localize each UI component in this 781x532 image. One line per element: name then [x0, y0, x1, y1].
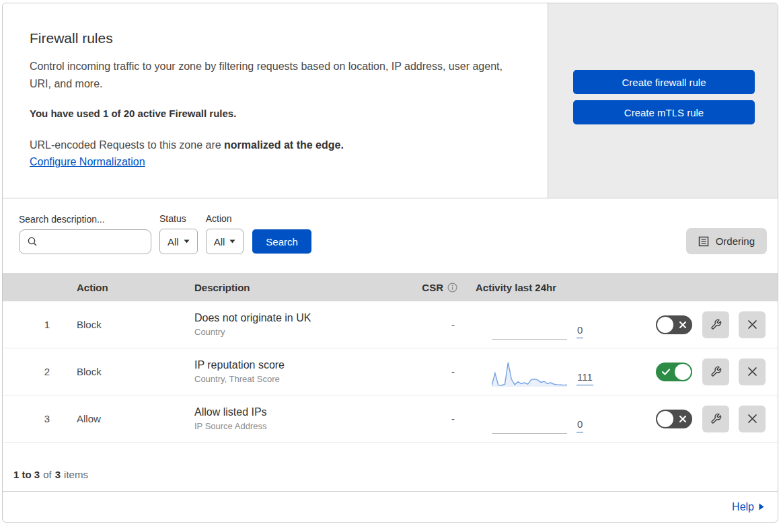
rule-csr-value: - — [396, 366, 467, 377]
header-text-block: Firewall rules Control incoming traffic … — [3, 3, 548, 198]
items-of-text: of — [43, 469, 52, 480]
delete-rule-button[interactable] — [739, 311, 766, 338]
activity-column-header: Activity last 24hr — [467, 282, 622, 293]
rule-description-cell: Does not originate in UK Country — [194, 312, 396, 337]
close-icon — [747, 319, 757, 330]
rule-fields: Country — [194, 327, 396, 337]
action-column-header: Action — [67, 282, 194, 293]
normalization-bold: normalized at the edge. — [224, 139, 344, 151]
rule-activity-cell: 0 — [467, 395, 622, 442]
rule-csr-value: - — [396, 319, 467, 330]
chevron-down-icon — [229, 239, 235, 243]
search-icon — [27, 236, 38, 247]
filter-controls: Search description... Status All Action … — [19, 213, 311, 254]
rule-action: Allow — [67, 413, 194, 424]
activity-count-link[interactable]: 111 — [577, 371, 593, 385]
rule-fields: IP Source Address — [194, 421, 396, 431]
rule-description: IP reputation score — [194, 359, 396, 371]
normalization-note: URL-encoded Requests to this zone are no… — [30, 139, 521, 151]
chevron-down-icon — [184, 239, 190, 243]
edit-rule-button[interactable] — [702, 406, 729, 432]
edit-rule-button[interactable] — [702, 311, 729, 338]
rule-priority: 2 — [3, 366, 67, 377]
configure-normalization-link[interactable]: Configure Normalization — [30, 156, 145, 167]
table-row: 2 Block IP reputation score Country, Thr… — [3, 348, 778, 395]
usage-note: You have used 1 of 20 active Firewall ru… — [30, 108, 521, 119]
rule-description: Does not originate in UK — [194, 312, 396, 324]
rule-enabled-toggle[interactable] — [656, 410, 692, 428]
rule-description: Allow listed IPs — [194, 406, 396, 418]
toggle-knob — [657, 411, 673, 427]
items-total: 3 — [55, 469, 61, 480]
items-label: items — [64, 469, 88, 480]
action-field: Action All — [206, 213, 244, 254]
search-input[interactable] — [19, 229, 151, 254]
search-field: Search description... — [19, 214, 151, 254]
page-description: Control incoming traffic to your zone by… — [30, 58, 504, 93]
activity-count-link[interactable]: 0 — [577, 418, 583, 432]
close-icon — [747, 414, 757, 424]
action-label: Action — [206, 213, 244, 224]
close-icon — [747, 367, 757, 377]
rule-controls — [622, 311, 778, 338]
normalization-text: URL-encoded Requests to this zone are — [30, 139, 221, 151]
firewall-rules-card: Firewall rules Control incoming traffic … — [2, 3, 778, 523]
csr-column-label: CSR — [422, 282, 443, 293]
toggle-knob — [657, 317, 673, 333]
delete-rule-button[interactable] — [739, 358, 766, 385]
filter-bar: Search description... Status All Action … — [3, 198, 778, 273]
header-section: Firewall rules Control incoming traffic … — [3, 3, 778, 198]
rule-action: Block — [67, 319, 194, 330]
rule-fields: Country, Threat Score — [194, 374, 396, 384]
ordering-button[interactable]: Ordering — [686, 228, 767, 254]
table-row: 1 Block Does not originate in UK Country… — [3, 301, 778, 348]
activity-sparkline — [492, 361, 567, 387]
status-label: Status — [159, 213, 198, 224]
delete-rule-button[interactable] — [739, 406, 766, 432]
search-button[interactable]: Search — [252, 229, 311, 254]
wrench-icon — [710, 319, 722, 330]
triangle-right-icon — [759, 503, 764, 510]
activity-count-link[interactable]: 0 — [577, 324, 583, 338]
create-firewall-rule-button[interactable]: Create firewall rule — [573, 70, 755, 94]
header-actions-panel: Create firewall rule Create mTLS rule — [548, 3, 778, 198]
toggle-off-x-icon — [679, 416, 686, 422]
edit-rule-button[interactable] — [702, 358, 729, 385]
action-dropdown-value: All — [214, 236, 225, 248]
rule-enabled-toggle[interactable] — [656, 315, 692, 334]
csr-column-header: CSR — [396, 282, 467, 293]
create-mtls-rule-button[interactable]: Create mTLS rule — [573, 100, 755, 124]
action-dropdown[interactable]: All — [206, 229, 244, 254]
rule-activity-cell: 111 — [467, 348, 622, 395]
activity-sparkline — [492, 408, 567, 434]
toggle-knob — [675, 364, 691, 380]
toggle-on-check-icon — [662, 369, 670, 375]
rule-priority: 1 — [3, 319, 67, 330]
rule-csr-value: - — [396, 413, 467, 424]
rule-controls — [622, 406, 778, 432]
help-link[interactable]: Help — [732, 501, 764, 513]
pagination-summary: 1 to 3 of 3 items — [3, 443, 778, 491]
status-field: Status All — [159, 213, 198, 254]
help-link-label: Help — [732, 501, 754, 513]
toggle-off-x-icon — [679, 321, 686, 328]
rule-action: Block — [67, 366, 194, 377]
search-input-wrap — [19, 229, 151, 254]
items-range: 1 to 3 — [13, 469, 40, 480]
ordering-list-icon — [698, 236, 709, 247]
wrench-icon — [710, 413, 722, 424]
rule-controls — [622, 358, 778, 385]
rule-enabled-toggle[interactable] — [656, 363, 692, 381]
status-dropdown-value: All — [168, 236, 179, 248]
description-column-header: Description — [194, 282, 396, 293]
wrench-icon — [710, 366, 722, 377]
table-row: 3 Allow Allow listed IPs IP Source Addre… — [3, 395, 778, 443]
status-dropdown[interactable]: All — [159, 229, 198, 254]
rule-description-cell: IP reputation score Country, Threat Scor… — [194, 359, 396, 384]
activity-sparkline — [492, 314, 567, 340]
info-icon[interactable] — [447, 282, 457, 293]
rule-activity-cell: 0 — [467, 301, 622, 348]
page-title: Firewall rules — [30, 30, 521, 46]
rule-priority: 3 — [3, 413, 67, 424]
search-label: Search description... — [19, 214, 151, 225]
